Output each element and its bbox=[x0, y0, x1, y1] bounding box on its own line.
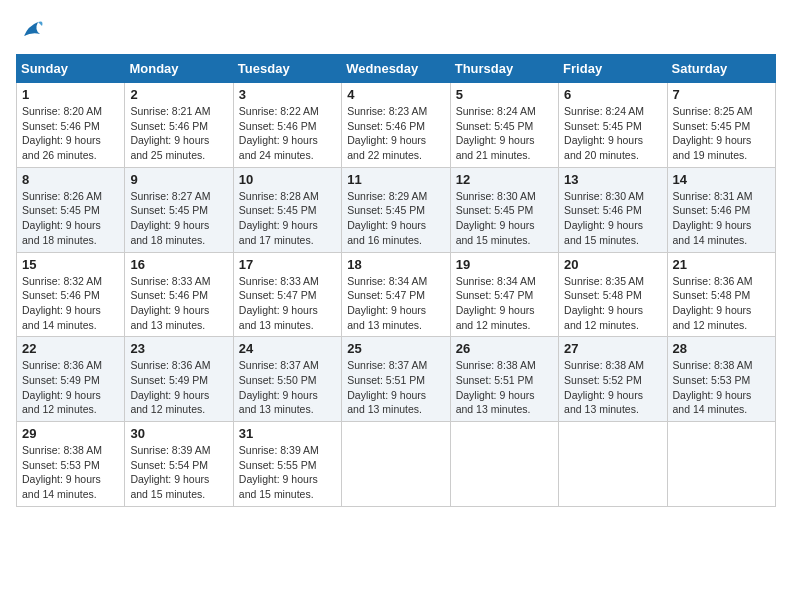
calendar-table: SundayMondayTuesdayWednesdayThursdayFrid… bbox=[16, 54, 776, 507]
day-number: 9 bbox=[130, 172, 227, 187]
day-info: Sunrise: 8:32 AMSunset: 5:46 PMDaylight:… bbox=[22, 274, 119, 333]
day-info: Sunrise: 8:24 AMSunset: 5:45 PMDaylight:… bbox=[564, 104, 661, 163]
day-info: Sunrise: 8:36 AMSunset: 5:49 PMDaylight:… bbox=[130, 358, 227, 417]
day-number: 21 bbox=[673, 257, 770, 272]
calendar-cell: 12Sunrise: 8:30 AMSunset: 5:45 PMDayligh… bbox=[450, 167, 558, 252]
day-info: Sunrise: 8:36 AMSunset: 5:48 PMDaylight:… bbox=[673, 274, 770, 333]
day-info: Sunrise: 8:39 AMSunset: 5:54 PMDaylight:… bbox=[130, 443, 227, 502]
day-number: 26 bbox=[456, 341, 553, 356]
calendar-week-row: 29Sunrise: 8:38 AMSunset: 5:53 PMDayligh… bbox=[17, 422, 776, 507]
day-number: 3 bbox=[239, 87, 336, 102]
calendar-week-row: 22Sunrise: 8:36 AMSunset: 5:49 PMDayligh… bbox=[17, 337, 776, 422]
calendar-cell: 27Sunrise: 8:38 AMSunset: 5:52 PMDayligh… bbox=[559, 337, 667, 422]
day-number: 22 bbox=[22, 341, 119, 356]
calendar-cell: 26Sunrise: 8:38 AMSunset: 5:51 PMDayligh… bbox=[450, 337, 558, 422]
day-info: Sunrise: 8:38 AMSunset: 5:53 PMDaylight:… bbox=[22, 443, 119, 502]
calendar-cell: 18Sunrise: 8:34 AMSunset: 5:47 PMDayligh… bbox=[342, 252, 450, 337]
calendar-cell: 20Sunrise: 8:35 AMSunset: 5:48 PMDayligh… bbox=[559, 252, 667, 337]
day-info: Sunrise: 8:37 AMSunset: 5:50 PMDaylight:… bbox=[239, 358, 336, 417]
calendar-cell: 25Sunrise: 8:37 AMSunset: 5:51 PMDayligh… bbox=[342, 337, 450, 422]
calendar-cell: 19Sunrise: 8:34 AMSunset: 5:47 PMDayligh… bbox=[450, 252, 558, 337]
calendar-cell: 22Sunrise: 8:36 AMSunset: 5:49 PMDayligh… bbox=[17, 337, 125, 422]
calendar-cell: 6Sunrise: 8:24 AMSunset: 5:45 PMDaylight… bbox=[559, 83, 667, 168]
logo bbox=[16, 16, 50, 44]
calendar-cell: 30Sunrise: 8:39 AMSunset: 5:54 PMDayligh… bbox=[125, 422, 233, 507]
day-info: Sunrise: 8:27 AMSunset: 5:45 PMDaylight:… bbox=[130, 189, 227, 248]
calendar-cell: 28Sunrise: 8:38 AMSunset: 5:53 PMDayligh… bbox=[667, 337, 775, 422]
calendar-week-row: 8Sunrise: 8:26 AMSunset: 5:45 PMDaylight… bbox=[17, 167, 776, 252]
calendar-cell: 2Sunrise: 8:21 AMSunset: 5:46 PMDaylight… bbox=[125, 83, 233, 168]
day-of-week-header: Thursday bbox=[450, 55, 558, 83]
day-info: Sunrise: 8:30 AMSunset: 5:45 PMDaylight:… bbox=[456, 189, 553, 248]
day-info: Sunrise: 8:36 AMSunset: 5:49 PMDaylight:… bbox=[22, 358, 119, 417]
day-info: Sunrise: 8:30 AMSunset: 5:46 PMDaylight:… bbox=[564, 189, 661, 248]
day-of-week-header: Friday bbox=[559, 55, 667, 83]
calendar-cell: 14Sunrise: 8:31 AMSunset: 5:46 PMDayligh… bbox=[667, 167, 775, 252]
calendar-cell: 8Sunrise: 8:26 AMSunset: 5:45 PMDaylight… bbox=[17, 167, 125, 252]
day-info: Sunrise: 8:39 AMSunset: 5:55 PMDaylight:… bbox=[239, 443, 336, 502]
day-number: 15 bbox=[22, 257, 119, 272]
day-number: 30 bbox=[130, 426, 227, 441]
calendar-cell: 24Sunrise: 8:37 AMSunset: 5:50 PMDayligh… bbox=[233, 337, 341, 422]
day-info: Sunrise: 8:21 AMSunset: 5:46 PMDaylight:… bbox=[130, 104, 227, 163]
day-info: Sunrise: 8:35 AMSunset: 5:48 PMDaylight:… bbox=[564, 274, 661, 333]
day-number: 4 bbox=[347, 87, 444, 102]
calendar-cell: 5Sunrise: 8:24 AMSunset: 5:45 PMDaylight… bbox=[450, 83, 558, 168]
day-number: 8 bbox=[22, 172, 119, 187]
calendar-cell: 10Sunrise: 8:28 AMSunset: 5:45 PMDayligh… bbox=[233, 167, 341, 252]
calendar-cell: 15Sunrise: 8:32 AMSunset: 5:46 PMDayligh… bbox=[17, 252, 125, 337]
day-number: 29 bbox=[22, 426, 119, 441]
calendar-week-row: 15Sunrise: 8:32 AMSunset: 5:46 PMDayligh… bbox=[17, 252, 776, 337]
day-number: 19 bbox=[456, 257, 553, 272]
day-number: 28 bbox=[673, 341, 770, 356]
calendar-cell: 23Sunrise: 8:36 AMSunset: 5:49 PMDayligh… bbox=[125, 337, 233, 422]
calendar-cell: 4Sunrise: 8:23 AMSunset: 5:46 PMDaylight… bbox=[342, 83, 450, 168]
day-number: 13 bbox=[564, 172, 661, 187]
day-info: Sunrise: 8:28 AMSunset: 5:45 PMDaylight:… bbox=[239, 189, 336, 248]
day-info: Sunrise: 8:23 AMSunset: 5:46 PMDaylight:… bbox=[347, 104, 444, 163]
day-number: 14 bbox=[673, 172, 770, 187]
day-number: 25 bbox=[347, 341, 444, 356]
calendar-cell: 11Sunrise: 8:29 AMSunset: 5:45 PMDayligh… bbox=[342, 167, 450, 252]
day-number: 23 bbox=[130, 341, 227, 356]
day-of-week-header: Sunday bbox=[17, 55, 125, 83]
page-header bbox=[16, 16, 776, 44]
day-number: 6 bbox=[564, 87, 661, 102]
day-of-week-header: Tuesday bbox=[233, 55, 341, 83]
day-info: Sunrise: 8:33 AMSunset: 5:47 PMDaylight:… bbox=[239, 274, 336, 333]
calendar-cell: 13Sunrise: 8:30 AMSunset: 5:46 PMDayligh… bbox=[559, 167, 667, 252]
day-of-week-header: Monday bbox=[125, 55, 233, 83]
calendar-cell bbox=[342, 422, 450, 507]
day-info: Sunrise: 8:38 AMSunset: 5:53 PMDaylight:… bbox=[673, 358, 770, 417]
day-info: Sunrise: 8:29 AMSunset: 5:45 PMDaylight:… bbox=[347, 189, 444, 248]
day-info: Sunrise: 8:38 AMSunset: 5:51 PMDaylight:… bbox=[456, 358, 553, 417]
day-info: Sunrise: 8:34 AMSunset: 5:47 PMDaylight:… bbox=[456, 274, 553, 333]
calendar-cell bbox=[559, 422, 667, 507]
logo-icon bbox=[16, 16, 46, 44]
calendar-header-row: SundayMondayTuesdayWednesdayThursdayFrid… bbox=[17, 55, 776, 83]
day-number: 17 bbox=[239, 257, 336, 272]
day-number: 10 bbox=[239, 172, 336, 187]
day-info: Sunrise: 8:26 AMSunset: 5:45 PMDaylight:… bbox=[22, 189, 119, 248]
calendar-cell: 7Sunrise: 8:25 AMSunset: 5:45 PMDaylight… bbox=[667, 83, 775, 168]
day-info: Sunrise: 8:34 AMSunset: 5:47 PMDaylight:… bbox=[347, 274, 444, 333]
day-number: 20 bbox=[564, 257, 661, 272]
day-number: 24 bbox=[239, 341, 336, 356]
calendar-cell bbox=[667, 422, 775, 507]
day-info: Sunrise: 8:20 AMSunset: 5:46 PMDaylight:… bbox=[22, 104, 119, 163]
day-of-week-header: Wednesday bbox=[342, 55, 450, 83]
calendar-cell: 1Sunrise: 8:20 AMSunset: 5:46 PMDaylight… bbox=[17, 83, 125, 168]
day-number: 18 bbox=[347, 257, 444, 272]
day-info: Sunrise: 8:22 AMSunset: 5:46 PMDaylight:… bbox=[239, 104, 336, 163]
calendar-week-row: 1Sunrise: 8:20 AMSunset: 5:46 PMDaylight… bbox=[17, 83, 776, 168]
calendar-cell: 16Sunrise: 8:33 AMSunset: 5:46 PMDayligh… bbox=[125, 252, 233, 337]
calendar-cell: 17Sunrise: 8:33 AMSunset: 5:47 PMDayligh… bbox=[233, 252, 341, 337]
day-number: 1 bbox=[22, 87, 119, 102]
day-number: 7 bbox=[673, 87, 770, 102]
day-number: 2 bbox=[130, 87, 227, 102]
day-info: Sunrise: 8:24 AMSunset: 5:45 PMDaylight:… bbox=[456, 104, 553, 163]
day-number: 5 bbox=[456, 87, 553, 102]
day-number: 11 bbox=[347, 172, 444, 187]
day-info: Sunrise: 8:25 AMSunset: 5:45 PMDaylight:… bbox=[673, 104, 770, 163]
day-number: 27 bbox=[564, 341, 661, 356]
